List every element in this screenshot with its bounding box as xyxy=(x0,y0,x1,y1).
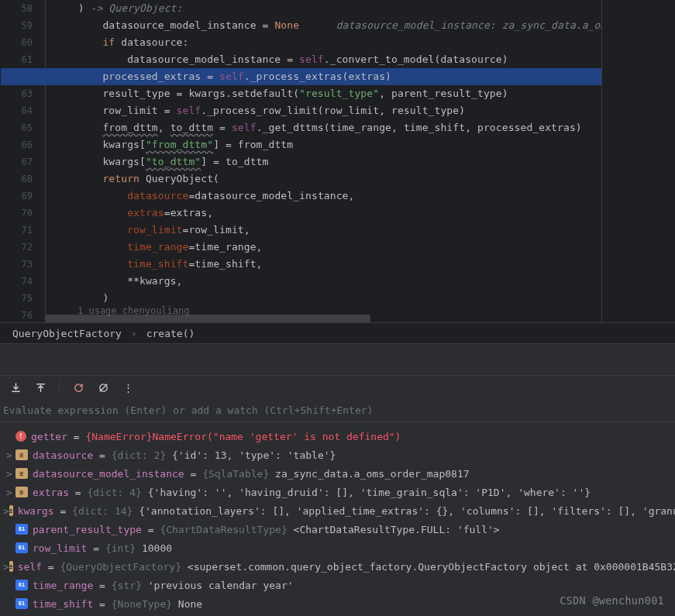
variable-value: 'previous calendar year' xyxy=(148,580,294,591)
variable-row[interactable]: >≡kwargs = {dict: 14} {'annotation_layer… xyxy=(0,501,675,520)
line-number: 72 xyxy=(0,239,45,256)
expand-icon[interactable]: > xyxy=(3,505,9,517)
line-number: 63 xyxy=(0,85,45,102)
code-line[interactable]: row_limit=row_limit, xyxy=(53,222,675,239)
object-icon: ≡ xyxy=(9,505,13,516)
mute-icon[interactable] xyxy=(97,381,109,394)
expand-icon xyxy=(3,431,15,442)
expand-icon[interactable]: > xyxy=(3,468,15,480)
line-number: 70 xyxy=(0,205,45,222)
variable-value: za_sync_data.a_oms_order_map0817 xyxy=(275,468,469,480)
variable-type: {int} xyxy=(105,542,142,554)
variable-name: datasource_model_instance xyxy=(33,468,184,480)
code-line[interactable]: from_dttm, to_dttm = self._get_dttms(tim… xyxy=(53,119,675,136)
object-icon: ≡ xyxy=(15,468,28,479)
variable-type: {ChartDataResultType} xyxy=(160,524,293,535)
object-icon: ≡ xyxy=(15,449,28,460)
code-line[interactable]: row_limit = self._process_row_limit(row_… xyxy=(53,102,675,119)
code-line[interactable]: return QueryObject( xyxy=(53,170,675,188)
variable-type: {dict: 2} xyxy=(112,449,172,461)
line-number: 61 xyxy=(0,51,45,68)
primitive-icon: 01 xyxy=(15,598,28,609)
reload-icon[interactable] xyxy=(72,381,84,394)
code-editor[interactable]: 58596061626364656667686970717273747576 )… xyxy=(0,0,675,322)
variable-name: getter xyxy=(31,431,67,442)
line-number: 59 xyxy=(0,17,45,34)
download-icon[interactable] xyxy=(9,381,22,394)
code-line[interactable]: result_type = kwargs.setdefault("result_… xyxy=(53,85,675,102)
variable-value: None xyxy=(178,598,202,610)
expand-icon[interactable]: > xyxy=(3,487,15,498)
primitive-icon: 01 xyxy=(15,524,28,535)
variable-row[interactable]: 01time_range = {str} 'previous calendar … xyxy=(0,576,675,594)
variables-panel[interactable]: !getter = {NameError}NameError("name 'ge… xyxy=(0,422,675,616)
line-number: 58 xyxy=(0,0,45,17)
variable-row[interactable]: 01parent_result_type = {ChartDataResultT… xyxy=(0,520,675,539)
code-line[interactable]: datasource=datasource_model_instance, xyxy=(53,188,675,205)
line-number: 75 xyxy=(0,290,45,307)
variable-row[interactable]: 01row_limit = {int} 10000 xyxy=(0,539,675,557)
variable-row[interactable]: >≡datasource = {dict: 2} {'id': 13, 'typ… xyxy=(0,446,675,464)
chevron-right-icon: › xyxy=(131,328,137,339)
line-number: 69 xyxy=(0,188,45,205)
breadcrumb: QueryObjectFactory › create() xyxy=(0,322,675,344)
variable-type: {dict: 14} xyxy=(72,505,139,517)
right-stripe xyxy=(601,0,675,322)
code-line[interactable]: datasource_model_instance = self._conver… xyxy=(53,51,675,68)
primitive-icon: 01 xyxy=(15,542,28,553)
code-line[interactable]: time_range=time_range, xyxy=(53,239,675,256)
variable-type: {str} xyxy=(112,580,148,591)
breadcrumb-class[interactable]: QueryObjectFactory xyxy=(12,328,122,339)
variable-name: datasource xyxy=(33,449,93,461)
line-number: 64 xyxy=(0,102,45,119)
variable-value: <ChartDataResultType.FULL: 'full'> xyxy=(294,524,500,535)
expand-icon[interactable]: > xyxy=(3,449,15,461)
debug-toolbar: ⋮ xyxy=(0,376,675,399)
watermark-text: CSDN @wenchun001 xyxy=(560,594,664,607)
more-vertical-icon[interactable]: ⋮ xyxy=(122,381,134,394)
variable-row[interactable]: !getter = {NameError}NameError("name 'ge… xyxy=(0,427,675,446)
line-number: 76 xyxy=(0,307,45,322)
variable-type: {dict: 4} xyxy=(87,487,147,498)
code-line[interactable]: kwargs["from_dttm"] = from_dttm xyxy=(53,136,675,153)
variable-name: parent_result_type xyxy=(33,524,142,535)
variable-value: {'id': 13, 'type': 'table'} xyxy=(172,449,336,461)
variable-value: <superset.common.query_object_factory.Qu… xyxy=(188,561,675,573)
code-line[interactable]: ) -> QueryObject: xyxy=(53,0,675,17)
variable-value: {NameError}NameError("name 'getter' is n… xyxy=(85,431,401,442)
code-line[interactable]: kwargs["to_dttm"] = to_dttm xyxy=(53,153,675,170)
variable-value: {'annotation_layers': [], 'applied_time_… xyxy=(139,505,675,517)
code-line[interactable]: **kwargs, xyxy=(53,273,675,290)
watch-expression-input[interactable] xyxy=(0,399,675,422)
line-number: 67 xyxy=(0,153,45,170)
variable-row[interactable]: >≡self = {QueryObjectFactory} <superset.… xyxy=(0,557,675,576)
expand-icon xyxy=(3,580,15,591)
variable-name: time_shift xyxy=(33,598,93,610)
variable-value: {'having': '', 'having_druid': [], 'time… xyxy=(148,487,591,498)
code-line[interactable]: datasource_model_instance = None datasou… xyxy=(53,17,675,34)
code-area[interactable]: ) -> QueryObject: datasource_model_insta… xyxy=(45,0,675,322)
breadcrumb-method[interactable]: create() xyxy=(146,328,195,339)
line-gutter: 58596061626364656667686970717273747576 xyxy=(0,0,45,322)
variable-name: extras xyxy=(33,487,69,498)
code-line[interactable]: extras=extras, xyxy=(53,205,675,222)
code-line[interactable]: ) xyxy=(53,290,675,307)
code-line[interactable]: if datasource: xyxy=(53,34,675,51)
usages-hint: 1 usage chenyouliang xyxy=(77,305,190,316)
code-line[interactable]: time_shift=time_shift, xyxy=(53,256,675,273)
expand-icon[interactable]: > xyxy=(3,561,9,573)
variable-type: {QueryObjectFactory} xyxy=(60,561,187,573)
panel-spacer xyxy=(0,344,675,376)
line-number: 74 xyxy=(0,273,45,290)
variable-name: row_limit xyxy=(33,542,87,554)
variable-row[interactable]: >≡extras = {dict: 4} {'having': '', 'hav… xyxy=(0,483,675,501)
variable-value: 10000 xyxy=(142,542,172,554)
expand-icon xyxy=(3,598,15,610)
variable-row[interactable]: >≡datasource_model_instance = {SqlaTable… xyxy=(0,464,675,483)
separator xyxy=(59,380,60,394)
code-line[interactable]: processed_extras = self._process_extras(… xyxy=(46,68,675,85)
upload-icon[interactable] xyxy=(34,381,46,394)
line-number: 71 xyxy=(0,222,45,239)
line-number: 68 xyxy=(0,170,45,188)
error-icon: ! xyxy=(15,431,26,442)
